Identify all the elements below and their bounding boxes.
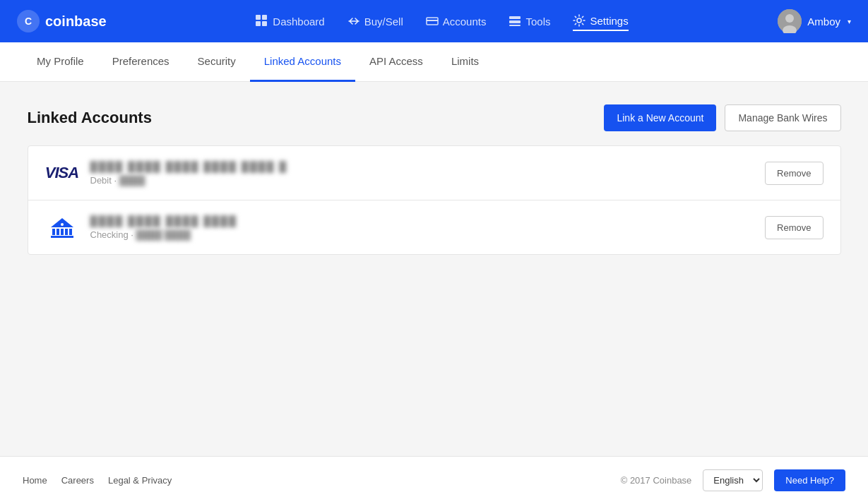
svg-text:C: C bbox=[25, 16, 32, 27]
nav-dashboard[interactable]: Dashboard bbox=[256, 12, 324, 30]
avatar bbox=[778, 9, 802, 33]
nav-settings-label: Settings bbox=[590, 15, 628, 27]
svg-rect-4 bbox=[256, 21, 261, 26]
svg-rect-5 bbox=[262, 21, 267, 26]
tab-preferences[interactable]: Preferences bbox=[98, 42, 184, 82]
page-body: Linked Accounts Link a New Account Manag… bbox=[0, 82, 868, 504]
bank-icon-svg bbox=[49, 215, 75, 240]
visa-icon: VISA bbox=[45, 160, 79, 186]
nav-dashboard-label: Dashboard bbox=[273, 16, 324, 28]
svg-rect-19 bbox=[69, 229, 72, 235]
svg-rect-8 bbox=[509, 16, 521, 19]
nav-buysell[interactable]: Buy/Sell bbox=[347, 12, 403, 30]
svg-rect-17 bbox=[61, 229, 64, 235]
account-info-visa: ████ ████ ████ ████ ████ █ Debit · ████ bbox=[90, 161, 766, 186]
tab-api-access[interactable]: API Access bbox=[355, 42, 437, 82]
nav-settings[interactable]: Settings bbox=[573, 11, 628, 31]
account-type-visa: Debit · ████ bbox=[90, 175, 766, 186]
footer-right: © 2017 Coinbase English Need Help? bbox=[621, 469, 845, 491]
language-selector[interactable]: English bbox=[703, 469, 763, 491]
tab-linked-accounts[interactable]: Linked Accounts bbox=[250, 42, 355, 82]
footer-home[interactable]: Home bbox=[23, 475, 47, 486]
logo[interactable]: C coinbase bbox=[17, 10, 107, 32]
svg-marker-21 bbox=[51, 218, 73, 227]
tools-icon bbox=[509, 15, 521, 28]
section-header: Linked Accounts Link a New Account Manag… bbox=[28, 104, 841, 131]
nav-accounts[interactable]: Accounts bbox=[426, 12, 487, 30]
header: C coinbase Dashboard Buy/Sell Accoun bbox=[0, 0, 868, 42]
chevron-down-icon: ▾ bbox=[848, 18, 851, 25]
avatar-icon bbox=[778, 9, 802, 33]
section-actions: Link a New Account Manage Bank Wires bbox=[604, 104, 840, 131]
svg-rect-10 bbox=[509, 25, 521, 26]
accounts-container: VISA ████ ████ ████ ████ ████ █ Debit · … bbox=[28, 145, 841, 255]
user-name: Amboy bbox=[807, 16, 840, 28]
settings-icon bbox=[573, 14, 585, 27]
nav-tools[interactable]: Tools bbox=[509, 12, 550, 30]
footer: Home Careers Legal & Privacy © 2017 Coin… bbox=[0, 456, 868, 504]
dashboard-icon bbox=[256, 15, 268, 28]
svg-rect-3 bbox=[262, 15, 267, 20]
buysell-icon bbox=[347, 15, 360, 28]
nav-buysell-label: Buy/Sell bbox=[364, 16, 403, 28]
svg-rect-20 bbox=[51, 236, 73, 238]
section-title: Linked Accounts bbox=[28, 109, 152, 127]
accounts-icon bbox=[426, 15, 439, 28]
manage-bank-wires-button[interactable]: Manage Bank Wires bbox=[725, 104, 840, 131]
logo-text: coinbase bbox=[45, 13, 107, 30]
svg-rect-18 bbox=[65, 229, 68, 235]
account-row: ████ ████ ████ ████ Checking · ████ ████… bbox=[28, 200, 840, 254]
bank-icon bbox=[45, 215, 79, 240]
account-name-visa: ████ ████ ████ ████ ████ █ bbox=[90, 161, 766, 172]
account-info-bank: ████ ████ ████ ████ Checking · ████ ████ bbox=[90, 215, 766, 240]
svg-point-13 bbox=[785, 14, 794, 23]
footer-legal[interactable]: Legal & Privacy bbox=[108, 475, 172, 486]
footer-links: Home Careers Legal & Privacy bbox=[23, 475, 172, 486]
account-name-bank: ████ ████ ████ ████ bbox=[90, 215, 766, 227]
remove-visa-button[interactable]: Remove bbox=[765, 162, 823, 185]
tab-my-profile[interactable]: My Profile bbox=[23, 42, 98, 82]
tab-security[interactable]: Security bbox=[184, 42, 250, 82]
svg-point-11 bbox=[577, 18, 581, 23]
nav-accounts-label: Accounts bbox=[443, 16, 487, 28]
logo-icon: C bbox=[17, 10, 40, 32]
link-new-account-button[interactable]: Link a New Account bbox=[604, 104, 716, 131]
need-help-button[interactable]: Need Help? bbox=[774, 469, 845, 491]
account-row: VISA ████ ████ ████ ████ ████ █ Debit · … bbox=[28, 146, 840, 200]
tab-limits[interactable]: Limits bbox=[437, 42, 493, 82]
settings-tabs: My Profile Preferences Security Linked A… bbox=[0, 42, 868, 82]
svg-point-22 bbox=[61, 223, 64, 226]
account-type-bank: Checking · ████ ████ bbox=[90, 229, 766, 240]
remove-bank-button[interactable]: Remove bbox=[765, 216, 823, 239]
footer-careers[interactable]: Careers bbox=[61, 475, 94, 486]
svg-rect-2 bbox=[256, 15, 261, 20]
main-nav: Dashboard Buy/Sell Accounts Tools bbox=[256, 11, 628, 31]
user-menu[interactable]: Amboy ▾ bbox=[778, 9, 851, 33]
svg-rect-7 bbox=[427, 20, 438, 21]
nav-tools-label: Tools bbox=[525, 16, 550, 28]
main-content: Linked Accounts Link a New Account Manag… bbox=[11, 82, 858, 277]
svg-rect-15 bbox=[52, 229, 55, 235]
footer-copyright: © 2017 Coinbase bbox=[621, 475, 692, 486]
svg-rect-16 bbox=[57, 229, 59, 235]
svg-rect-9 bbox=[509, 20, 521, 23]
